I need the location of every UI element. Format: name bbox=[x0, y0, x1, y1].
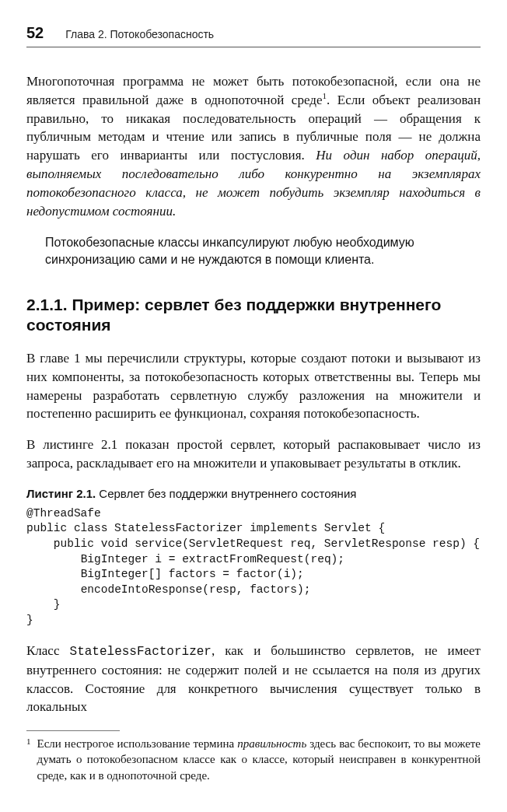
footnote-text: Если нестрогое использование термина пра… bbox=[37, 736, 481, 783]
text: Если нестрогое использование термина bbox=[37, 737, 238, 750]
page-number: 52 bbox=[26, 22, 44, 44]
chapter-title: Глава 2. Потокобезопасность bbox=[65, 27, 214, 43]
body-paragraph: Класс StatelessFactorizer, как и большин… bbox=[26, 642, 481, 716]
listing-title: Сервлет без поддержки внутреннего состоя… bbox=[96, 487, 356, 500]
body-paragraph: Многопоточная программа не может быть по… bbox=[26, 72, 481, 220]
text: Класс bbox=[26, 643, 70, 658]
body-paragraph: В листинге 2.1 показан простой сервлет, … bbox=[26, 436, 481, 473]
footnote-number: 1 bbox=[26, 736, 31, 783]
italic-text: правильность bbox=[237, 737, 306, 750]
footnote-separator bbox=[26, 730, 120, 731]
page-header: 52 Глава 2. Потокобезопасность bbox=[26, 22, 481, 47]
inline-code: StatelessFactorizer bbox=[70, 645, 212, 659]
section-heading: 2.1.1. Пример: сервлет без поддержки вну… bbox=[26, 295, 481, 336]
footnote: 1 Если нестрогое использование термина п… bbox=[26, 736, 481, 783]
code-listing: @ThreadSafe public class StatelessFactor… bbox=[26, 506, 481, 628]
listing-label: Листинг 2.1. bbox=[26, 487, 96, 500]
body-paragraph: В главе 1 мы перечислили структуры, кото… bbox=[26, 349, 481, 423]
listing-caption: Листинг 2.1. Сервлет без поддержки внутр… bbox=[26, 485, 481, 502]
callout-text: Потокобезопасные классы инкапсулируют лю… bbox=[45, 236, 414, 266]
callout-box: Потокобезопасные классы инкапсулируют лю… bbox=[45, 234, 481, 268]
